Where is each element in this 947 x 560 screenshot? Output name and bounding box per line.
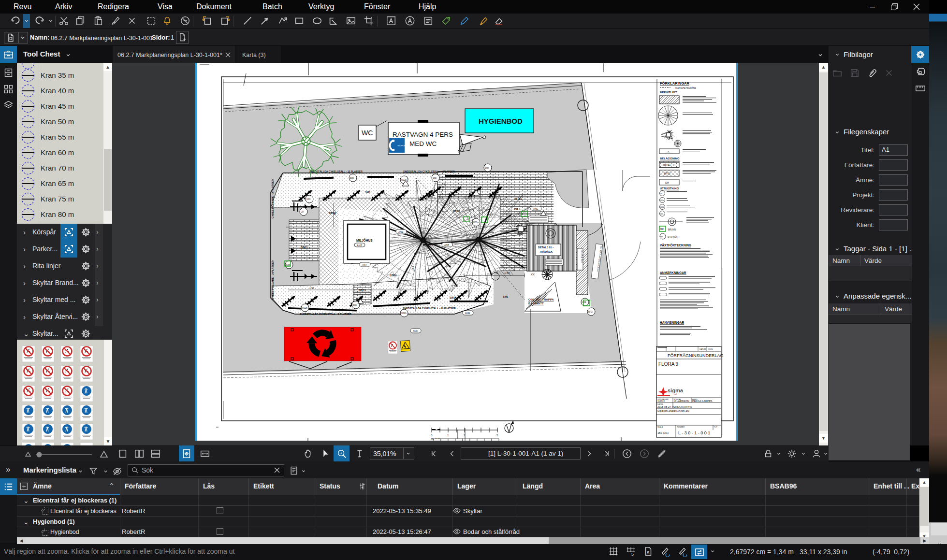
svg-text:U0: U0	[660, 193, 663, 195]
svg-text:2018-08-27 PEKKA KARPPA: 2018-08-27 PEKKA KARPPA	[657, 405, 692, 408]
svg-text:Stlp: Stlp	[286, 264, 290, 266]
svg-text:SIGN: SIGN	[708, 348, 713, 350]
svg-text:BTG1: BTG1	[664, 163, 670, 166]
svg-text:SNEDSTÄLLDA CYKELSTÄLL - 16 PL: SNEDSTÄLLDA CYKELSTÄLL - 16 PLATSER	[403, 307, 456, 310]
svg-text:Stlp: Stlp	[353, 304, 357, 306]
svg-text:SNEDSTÄLLDA CYKELSTÄLL - 4 PLA: SNEDSTÄLLDA CYKELSTÄLL - 4 PLATSER	[403, 170, 455, 173]
svg-text:TRÄDÄCK: TRÄDÄCK	[539, 250, 553, 253]
svg-text:U03: U03	[306, 198, 311, 201]
svg-text:U02b: U02b	[302, 307, 307, 309]
svg-text:BTG1: BTG1	[301, 246, 308, 249]
svg-text:Stpr: Stpr	[660, 236, 663, 238]
svg-text:U0: U0	[301, 211, 304, 213]
svg-text:ANE: ANE	[398, 230, 404, 233]
svg-text:5: 5	[496, 434, 498, 437]
svg-text:Stlp: Stlp	[485, 167, 489, 169]
svg-text:U03: U03	[582, 301, 586, 303]
svg-text:5: 5	[631, 552, 634, 557]
svg-text:HÄNVISNINGAR: HÄNVISNINGAR	[660, 321, 685, 324]
svg-text:U02b: U02b	[401, 312, 407, 315]
svg-text:SNEDSTÄLLDA CYKELSTÄLL - 12 PL: SNEDSTÄLLDA CYKELSTÄLL - 12 PLATSER	[309, 170, 363, 173]
svg-text:SH/9: SH/9	[435, 297, 440, 300]
svg-text:110743: 110743	[657, 400, 665, 402]
svg-text:OBS BEF TRAPPA: OBS BEF TRAPPA	[528, 298, 554, 301]
svg-text:FÖRFRÅGNINSUNDERLAG: FÖRFRÅGNINSUNDERLAG	[668, 353, 724, 358]
svg-text:ANE: ANE	[465, 312, 470, 315]
svg-text:BTG2: BTG2	[453, 210, 460, 213]
svg-text:BEFINTLIGT: BEFINTLIGT	[660, 91, 677, 94]
svg-text:BTG2: BTG2	[390, 274, 397, 277]
svg-text:civil: civil	[674, 393, 677, 395]
svg-text:MILJÖHUS: MILJÖHUS	[356, 238, 373, 242]
svg-text:FLORA 9: FLORA 9	[658, 361, 679, 367]
svg-text:BELÄGGNING: BELÄGGNING	[660, 157, 680, 160]
svg-text:ANK: ANK	[413, 330, 418, 332]
svg-text:BR2: BR2	[588, 311, 593, 313]
svg-text:ANT: ANT	[362, 263, 367, 266]
svg-text:DETALJ 01 -: DETALJ 01 -	[538, 246, 554, 249]
svg-text:ANT: ANT	[444, 244, 449, 246]
svg-text:T 4?: T 4?	[714, 426, 717, 428]
svg-text:U LARSSON: U LARSSON	[674, 400, 689, 402]
svg-text:U02a: U02a	[473, 221, 479, 224]
svg-text:TELEFON: TELEFON	[397, 145, 406, 147]
svg-text:0: 0	[431, 434, 433, 437]
svg-text:XX: XX	[531, 273, 535, 276]
svg-text:BRUNN: BRUNN	[668, 229, 676, 231]
svg-text:PL1 PL2 PL3: PL1 PL2 PL3	[581, 250, 583, 263]
svg-text:WC: WC	[362, 129, 373, 137]
svg-text:U03: U03	[660, 213, 664, 215]
svg-text:FÖRKLARINGAR: FÖRKLARINGAR	[660, 81, 689, 86]
svg-text:EJ INMÄTT: EJ INMÄTT	[528, 302, 544, 305]
svg-text:ANMÄRKNINGAR: ANMÄRKNINGAR	[660, 271, 686, 274]
svg-text:CYKEL POLLARE - 2 PLATSER: CYKEL POLLARE - 2 PLATSER	[271, 179, 274, 218]
svg-text:MARKPLANERINGSPLAN: MARKPLANERINGSPLAN	[657, 410, 689, 413]
svg-text:DATUM: DATUM	[699, 348, 706, 350]
svg-text:150 (A1): 150 (A1)	[657, 431, 669, 434]
svg-text:BR: BR	[660, 228, 664, 230]
svg-text:sigma: sigma	[668, 388, 684, 393]
svg-text:Stlp: Stlp	[433, 177, 437, 179]
svg-text:Stlp: Stlp	[350, 177, 354, 179]
svg-text:ANT: ANT	[357, 244, 363, 247]
svg-text:SM1: SM1	[503, 295, 508, 298]
svg-text:NUMMER: NUMMER	[677, 426, 685, 428]
svg-text:SM: SM	[665, 181, 669, 184]
svg-text:HYGIENBOD: HYGIENBOD	[479, 117, 523, 125]
svg-text:U02b: U02b	[660, 206, 665, 208]
svg-text:BTG2: BTG2	[664, 172, 670, 175]
svg-text:1: 1	[447, 434, 449, 437]
svg-text:16.1: 16.1	[411, 266, 414, 271]
svg-text:SKALA: SKALA	[657, 426, 663, 428]
svg-text:SM1: SM1	[365, 191, 370, 194]
svg-text:5: 5	[647, 550, 649, 555]
svg-text:1.50: 1.50	[504, 272, 510, 274]
svg-text:STUPRÖR: STUPRÖR	[668, 235, 679, 238]
svg-text:L - 3 0 - 1 - 0 0 1: L - 3 0 - 1 - 0 0 1	[678, 431, 710, 435]
svg-text:16.1: 16.1	[333, 210, 336, 215]
svg-text:MED WC: MED WC	[409, 140, 437, 147]
svg-text:BR: BR	[514, 208, 518, 211]
svg-text:U02a: U02a	[660, 200, 665, 201]
svg-text:UTRUSTNING: UTRUSTNING	[660, 187, 679, 190]
svg-text:VÄXTFÖRTECKNING: VÄXTFÖRTECKNING	[660, 243, 691, 247]
svg-text:ANE: ANE	[533, 207, 539, 210]
svg-text:FASTIGHETSGRÄNS: FASTIGHETSGRÄNS	[675, 86, 696, 89]
svg-text:SNEDSTÄLLDA CYKELSTÄLL - 8 PLA: SNEDSTÄLLDA CYKELSTÄLL - 8 PLATSER	[300, 313, 351, 316]
svg-text:BTG1: BTG1	[359, 289, 366, 292]
svg-text:SM1: SM1	[430, 243, 436, 246]
svg-text:1.54: 1.54	[488, 213, 493, 216]
svg-text:1.54: 1.54	[309, 287, 314, 289]
svg-text:BTG1: BTG1	[515, 197, 523, 200]
svg-text:CYKEL POLLARE - 2 PLATSER: CYKEL POLLARE - 2 PLATSER	[271, 260, 274, 300]
svg-text:SM1: SM1	[450, 296, 455, 299]
svg-text:PEKKA KARPPA: PEKKA KARPPA	[692, 400, 713, 402]
svg-text:RASTVAGN 4 PERS: RASTVAGN 4 PERS	[393, 131, 453, 138]
